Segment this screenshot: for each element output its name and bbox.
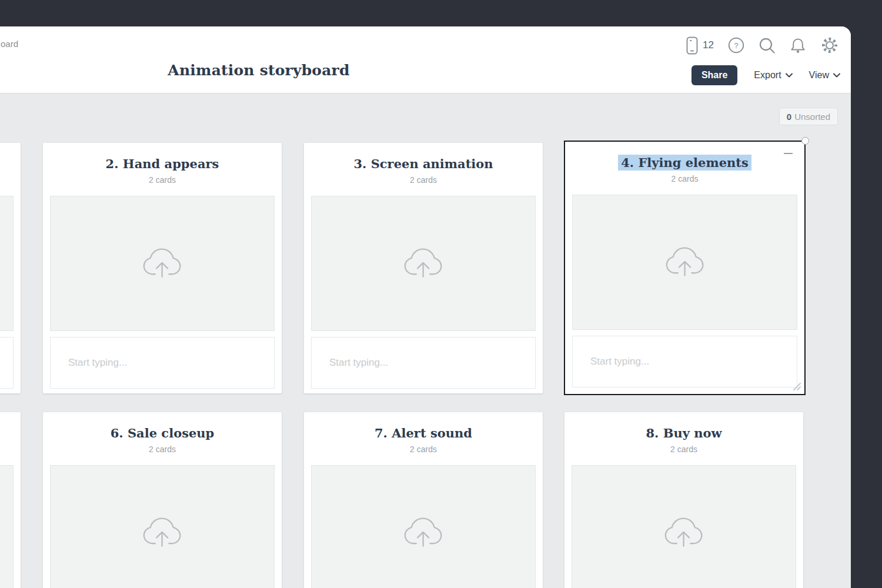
upload-dropzone[interactable]: [50, 196, 275, 331]
note-input[interactable]: Start typing...: [572, 336, 797, 387]
upload-cloud-icon: [662, 514, 706, 551]
card-title[interactable]: 4. Flying elements: [565, 155, 804, 173]
upload-dropzone[interactable]: [311, 196, 536, 331]
export-menu-button[interactable]: Export: [754, 70, 792, 81]
card-partial-1[interactable]: [0, 143, 21, 393]
upload-dropzone[interactable]: [0, 196, 14, 331]
unsorted-count: 0: [787, 112, 791, 122]
card-hand-appears[interactable]: 2. Hand appears 2 cards Start typing...: [43, 143, 282, 393]
upload-dropzone[interactable]: [572, 195, 797, 330]
note-input[interactable]: Start typing...: [311, 337, 536, 389]
collapse-minus-icon[interactable]: [784, 153, 793, 154]
upload-cloud-icon: [401, 245, 446, 282]
upload-dropzone[interactable]: [0, 465, 14, 588]
header-action-row: Share Export View: [691, 65, 840, 85]
card-alert-sound[interactable]: 7. Alert sound 2 cards Start typing...: [304, 412, 543, 588]
app-header: oard Animation storyboard 12 ?: [0, 26, 851, 93]
card-count: 2 cards: [304, 445, 543, 454]
share-button[interactable]: Share: [691, 65, 737, 85]
card-count: 2 cards: [304, 175, 543, 185]
page-title[interactable]: Animation storyboard: [0, 62, 517, 79]
unsorted-badge[interactable]: 0 Unsorted: [779, 108, 838, 125]
header-icon-row: 12 ?: [685, 36, 839, 55]
note-input-placeholder: Start typing...: [68, 357, 127, 369]
selection-frame[interactable]: 4. Flying elements 2 cards Start typing.…: [564, 141, 806, 395]
export-menu-label: Export: [754, 70, 781, 81]
card-partial-5[interactable]: [0, 412, 21, 588]
note-input[interactable]: Start typing...: [50, 337, 275, 389]
card-buy-now[interactable]: 8. Buy now 2 cards Start typing...: [564, 412, 803, 588]
note-input-placeholder: Start typing...: [590, 356, 649, 368]
card-screen-animation[interactable]: 3. Screen animation 2 cards Start typing…: [304, 143, 543, 393]
resize-grip-icon[interactable]: [791, 380, 801, 391]
upload-dropzone[interactable]: [572, 465, 796, 588]
svg-text:?: ?: [734, 41, 738, 50]
note-input-placeholder: Start typing...: [329, 357, 388, 369]
mobile-device-icon: [685, 36, 699, 55]
card-count: 2 cards: [43, 445, 282, 454]
upload-dropzone[interactable]: [311, 465, 536, 588]
upload-dropzone[interactable]: [50, 465, 275, 588]
search-icon[interactable]: [759, 37, 776, 54]
card-title[interactable]: 3. Screen animation: [304, 156, 543, 174]
card-count: 2 cards: [565, 174, 804, 183]
card-title: [0, 426, 21, 443]
unsorted-label: Unsorted: [794, 112, 830, 122]
upload-cloud-icon: [140, 245, 185, 282]
card-title[interactable]: 2. Hand appears: [43, 156, 282, 174]
device-count: 12: [703, 39, 714, 51]
card-flying-elements[interactable]: 4. Flying elements 2 cards Start typing.…: [565, 142, 804, 394]
breadcrumb[interactable]: oard: [1, 39, 18, 49]
app-window: oard Animation storyboard 12 ?: [0, 26, 851, 588]
card-count: 2 cards: [43, 175, 282, 185]
chevron-down-icon: [833, 73, 840, 78]
view-menu-label: View: [809, 70, 829, 81]
view-menu-button[interactable]: View: [809, 70, 840, 81]
chevron-down-icon: [786, 73, 793, 78]
card-sale-closeup[interactable]: 6. Sale closeup 2 cards Start typing...: [43, 412, 282, 588]
selection-resize-handle[interactable]: [801, 137, 809, 145]
card-count: 2 cards: [564, 445, 803, 454]
device-count-badge[interactable]: 12: [685, 36, 714, 55]
card-title: [0, 156, 21, 174]
notifications-bell-icon[interactable]: [790, 37, 806, 54]
note-input[interactable]: [0, 337, 14, 389]
upload-cloud-icon: [140, 514, 185, 551]
upload-cloud-icon: [663, 244, 707, 280]
settings-gear-icon[interactable]: [820, 36, 839, 55]
help-icon[interactable]: ?: [728, 37, 744, 54]
upload-cloud-icon: [401, 514, 446, 551]
selected-title-highlight: 4. Flying elements: [618, 155, 751, 171]
card-title[interactable]: 6. Sale closeup: [43, 426, 282, 443]
card-title[interactable]: 7. Alert sound: [304, 426, 543, 443]
board-canvas[interactable]: 0 Unsorted 2. Hand appears 2 cards: [0, 93, 851, 588]
card-title[interactable]: 8. Buy now: [564, 426, 803, 443]
